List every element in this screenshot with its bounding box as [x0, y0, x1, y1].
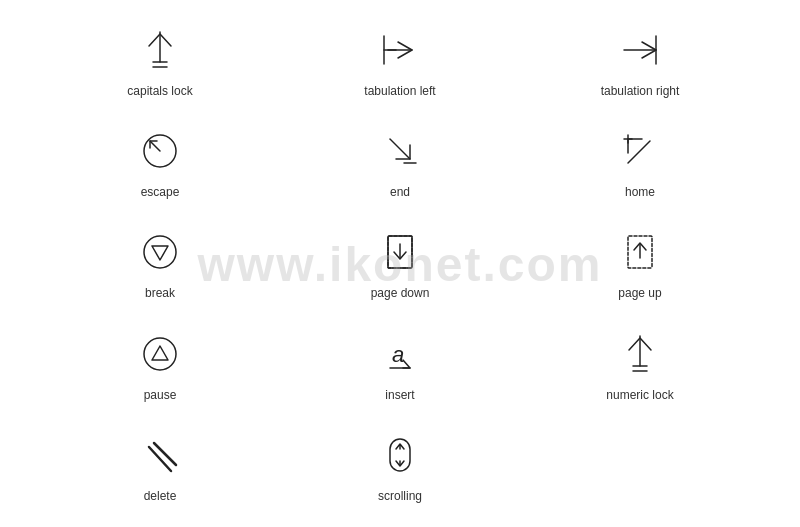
numeric-lock-icon — [614, 328, 666, 380]
icon-cell-page-down: page down — [280, 213, 520, 314]
escape-icon — [134, 125, 186, 177]
svg-line-29 — [154, 443, 176, 465]
end-label: end — [390, 185, 410, 199]
svg-line-9 — [390, 139, 410, 159]
insert-label: insert — [385, 388, 414, 402]
escape-label: escape — [141, 185, 180, 199]
icon-cell-break: break — [40, 213, 280, 314]
svg-line-11 — [628, 141, 650, 163]
icon-cell-delete: delete — [40, 416, 280, 517]
break-icon — [134, 226, 186, 278]
page-up-label: page up — [618, 286, 661, 300]
svg-line-8 — [150, 141, 160, 151]
home-label: home — [625, 185, 655, 199]
icon-cell-pause: pause — [40, 314, 280, 415]
end-icon — [374, 125, 426, 177]
tabulation-right-label: tabulation right — [601, 84, 680, 98]
svg-point-21 — [144, 338, 176, 370]
tabulation-right-icon — [614, 24, 666, 76]
page-down-label: page down — [371, 286, 430, 300]
break-label: break — [145, 286, 175, 300]
insert-icon: a — [374, 328, 426, 380]
icon-cell-tabulation-left: tabulation left — [280, 10, 520, 111]
tabulation-left-icon — [374, 24, 426, 76]
svg-text:a: a — [392, 342, 404, 367]
page-down-icon — [374, 226, 426, 278]
icon-grid: capitals lock tabulation left tabu — [0, 0, 800, 527]
pause-icon — [134, 328, 186, 380]
svg-marker-15 — [152, 246, 168, 260]
icon-cell-end: end — [280, 111, 520, 212]
icon-cell-page-up: page up — [520, 213, 760, 314]
delete-icon — [134, 429, 186, 481]
icon-cell-scrolling: scrolling — [280, 416, 520, 517]
icon-cell-escape: escape — [40, 111, 280, 212]
scrolling-label: scrolling — [378, 489, 422, 503]
svg-point-14 — [144, 236, 176, 268]
icon-cell-tabulation-right: tabulation right — [520, 10, 760, 111]
tabulation-left-label: tabulation left — [364, 84, 435, 98]
icon-cell-empty — [520, 416, 760, 517]
numeric-lock-label: numeric lock — [606, 388, 673, 402]
capitals-lock-label: capitals lock — [127, 84, 192, 98]
icon-cell-insert: a insert — [280, 314, 520, 415]
page-up-icon — [614, 226, 666, 278]
scrolling-icon — [374, 429, 426, 481]
home-icon — [614, 125, 666, 177]
icon-cell-capitals-lock: capitals lock — [40, 10, 280, 111]
icon-cell-numeric-lock: numeric lock — [520, 314, 760, 415]
delete-label: delete — [144, 489, 177, 503]
capitals-lock-icon — [134, 24, 186, 76]
pause-label: pause — [144, 388, 177, 402]
svg-marker-22 — [152, 346, 168, 360]
icon-cell-home: home — [520, 111, 760, 212]
